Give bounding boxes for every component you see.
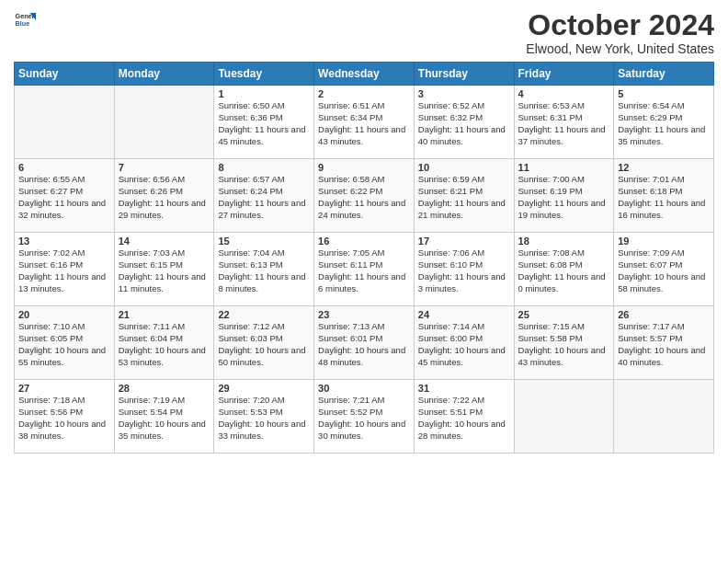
day-number: 23	[318, 309, 410, 320]
svg-text:Blue: Blue	[16, 19, 30, 28]
col-header-monday: Monday	[114, 63, 214, 86]
day-number: 16	[318, 236, 410, 247]
day-number: 28	[119, 383, 210, 394]
calendar-cell: 31Sunrise: 7:22 AMSunset: 5:51 PMDayligh…	[414, 380, 514, 454]
col-header-sunday: Sunday	[15, 63, 115, 86]
day-info: Sunrise: 7:06 AMSunset: 6:10 PMDaylight:…	[418, 247, 510, 294]
day-number: 14	[119, 236, 210, 247]
calendar-header-row: SundayMondayTuesdayWednesdayThursdayFrid…	[15, 63, 714, 86]
day-info: Sunrise: 7:01 AMSunset: 6:18 PMDaylight:…	[618, 174, 710, 221]
day-info: Sunrise: 7:14 AMSunset: 6:00 PMDaylight:…	[418, 321, 510, 368]
calendar-cell: 1Sunrise: 6:50 AMSunset: 6:36 PMDaylight…	[214, 86, 314, 159]
day-number: 22	[218, 309, 310, 320]
day-number: 12	[618, 162, 710, 173]
col-header-tuesday: Tuesday	[214, 63, 314, 86]
calendar-cell: 28Sunrise: 7:19 AMSunset: 5:54 PMDayligh…	[114, 380, 214, 454]
col-header-wednesday: Wednesday	[314, 63, 415, 86]
day-info: Sunrise: 7:00 AMSunset: 6:19 PMDaylight:…	[518, 174, 610, 221]
day-info: Sunrise: 7:15 AMSunset: 5:58 PMDaylight:…	[518, 321, 610, 368]
calendar-table: SundayMondayTuesdayWednesdayThursdayFrid…	[14, 62, 714, 454]
day-info: Sunrise: 7:20 AMSunset: 5:53 PMDaylight:…	[218, 395, 310, 442]
day-number: 13	[18, 236, 110, 247]
day-number: 1	[218, 88, 310, 99]
month-title: October 2024	[526, 9, 714, 41]
calendar-cell: 16Sunrise: 7:05 AMSunset: 6:11 PMDayligh…	[314, 233, 415, 306]
header: General Blue October 2024 Elwood, New Yo…	[14, 9, 714, 56]
day-info: Sunrise: 6:56 AMSunset: 6:26 PMDaylight:…	[119, 174, 210, 221]
day-info: Sunrise: 6:58 AMSunset: 6:22 PMDaylight:…	[318, 174, 410, 221]
day-number: 9	[318, 162, 410, 173]
week-row-0: 1Sunrise: 6:50 AMSunset: 6:36 PMDaylight…	[15, 86, 714, 159]
day-number: 11	[518, 162, 610, 173]
calendar-cell	[614, 380, 714, 454]
location: Elwood, New York, United States	[526, 41, 714, 56]
title-block: October 2024 Elwood, New York, United St…	[526, 9, 714, 56]
day-info: Sunrise: 7:13 AMSunset: 6:01 PMDaylight:…	[318, 321, 410, 368]
week-row-4: 27Sunrise: 7:18 AMSunset: 5:56 PMDayligh…	[15, 380, 714, 454]
day-info: Sunrise: 6:55 AMSunset: 6:27 PMDaylight:…	[18, 174, 110, 221]
calendar-cell: 6Sunrise: 6:55 AMSunset: 6:27 PMDaylight…	[15, 159, 115, 233]
calendar-cell: 26Sunrise: 7:17 AMSunset: 5:57 PMDayligh…	[614, 306, 714, 380]
calendar-cell: 27Sunrise: 7:18 AMSunset: 5:56 PMDayligh…	[15, 380, 115, 454]
week-row-2: 13Sunrise: 7:02 AMSunset: 6:16 PMDayligh…	[15, 233, 714, 306]
calendar-cell: 25Sunrise: 7:15 AMSunset: 5:58 PMDayligh…	[514, 306, 614, 380]
day-info: Sunrise: 6:50 AMSunset: 6:36 PMDaylight:…	[218, 100, 310, 147]
col-header-saturday: Saturday	[614, 63, 714, 86]
calendar-cell: 9Sunrise: 6:58 AMSunset: 6:22 PMDaylight…	[314, 159, 415, 233]
day-info: Sunrise: 7:17 AMSunset: 5:57 PMDaylight:…	[618, 321, 710, 368]
calendar-cell: 29Sunrise: 7:20 AMSunset: 5:53 PMDayligh…	[214, 380, 314, 454]
calendar-cell	[15, 86, 115, 159]
day-number: 7	[119, 162, 210, 173]
day-number: 20	[18, 309, 110, 320]
day-number: 10	[418, 162, 510, 173]
day-info: Sunrise: 7:09 AMSunset: 6:07 PMDaylight:…	[618, 247, 710, 294]
calendar-cell: 7Sunrise: 6:56 AMSunset: 6:26 PMDaylight…	[114, 159, 214, 233]
week-row-1: 6Sunrise: 6:55 AMSunset: 6:27 PMDaylight…	[15, 159, 714, 233]
calendar-cell: 15Sunrise: 7:04 AMSunset: 6:13 PMDayligh…	[214, 233, 314, 306]
calendar-cell: 24Sunrise: 7:14 AMSunset: 6:00 PMDayligh…	[414, 306, 514, 380]
logo-icon: General Blue	[14, 9, 36, 31]
day-number: 2	[318, 88, 410, 99]
page-container: General Blue October 2024 Elwood, New Yo…	[0, 0, 728, 463]
calendar-cell: 23Sunrise: 7:13 AMSunset: 6:01 PMDayligh…	[314, 306, 415, 380]
day-info: Sunrise: 7:18 AMSunset: 5:56 PMDaylight:…	[18, 395, 110, 442]
calendar-cell: 2Sunrise: 6:51 AMSunset: 6:34 PMDaylight…	[314, 86, 415, 159]
day-info: Sunrise: 7:02 AMSunset: 6:16 PMDaylight:…	[18, 247, 110, 294]
calendar-cell: 14Sunrise: 7:03 AMSunset: 6:15 PMDayligh…	[114, 233, 214, 306]
day-info: Sunrise: 7:21 AMSunset: 5:52 PMDaylight:…	[318, 395, 410, 442]
calendar-cell: 4Sunrise: 6:53 AMSunset: 6:31 PMDaylight…	[514, 86, 614, 159]
calendar-cell: 20Sunrise: 7:10 AMSunset: 6:05 PMDayligh…	[15, 306, 115, 380]
day-info: Sunrise: 7:19 AMSunset: 5:54 PMDaylight:…	[119, 395, 210, 442]
day-info: Sunrise: 7:08 AMSunset: 6:08 PMDaylight:…	[518, 247, 610, 294]
day-number: 24	[418, 309, 510, 320]
day-number: 25	[518, 309, 610, 320]
calendar-cell: 13Sunrise: 7:02 AMSunset: 6:16 PMDayligh…	[15, 233, 115, 306]
day-number: 6	[18, 162, 110, 173]
day-number: 8	[218, 162, 310, 173]
day-info: Sunrise: 7:05 AMSunset: 6:11 PMDaylight:…	[318, 247, 410, 294]
col-header-thursday: Thursday	[414, 63, 514, 86]
calendar-cell: 12Sunrise: 7:01 AMSunset: 6:18 PMDayligh…	[614, 159, 714, 233]
calendar-cell	[514, 380, 614, 454]
day-number: 18	[518, 236, 610, 247]
calendar-cell: 17Sunrise: 7:06 AMSunset: 6:10 PMDayligh…	[414, 233, 514, 306]
day-info: Sunrise: 6:57 AMSunset: 6:24 PMDaylight:…	[218, 174, 310, 221]
calendar-cell: 19Sunrise: 7:09 AMSunset: 6:07 PMDayligh…	[614, 233, 714, 306]
day-number: 21	[119, 309, 210, 320]
day-info: Sunrise: 6:53 AMSunset: 6:31 PMDaylight:…	[518, 100, 610, 147]
day-number: 31	[418, 383, 510, 394]
calendar-cell	[114, 86, 214, 159]
calendar-cell: 21Sunrise: 7:11 AMSunset: 6:04 PMDayligh…	[114, 306, 214, 380]
calendar-cell: 3Sunrise: 6:52 AMSunset: 6:32 PMDaylight…	[414, 86, 514, 159]
day-number: 30	[318, 383, 410, 394]
calendar-cell: 18Sunrise: 7:08 AMSunset: 6:08 PMDayligh…	[514, 233, 614, 306]
col-header-friday: Friday	[514, 63, 614, 86]
day-info: Sunrise: 7:10 AMSunset: 6:05 PMDaylight:…	[18, 321, 110, 368]
week-row-3: 20Sunrise: 7:10 AMSunset: 6:05 PMDayligh…	[15, 306, 714, 380]
day-info: Sunrise: 6:52 AMSunset: 6:32 PMDaylight:…	[418, 100, 510, 147]
day-info: Sunrise: 6:59 AMSunset: 6:21 PMDaylight:…	[418, 174, 510, 221]
day-number: 26	[618, 309, 710, 320]
day-info: Sunrise: 6:51 AMSunset: 6:34 PMDaylight:…	[318, 100, 410, 147]
day-number: 5	[618, 88, 710, 99]
day-number: 19	[618, 236, 710, 247]
